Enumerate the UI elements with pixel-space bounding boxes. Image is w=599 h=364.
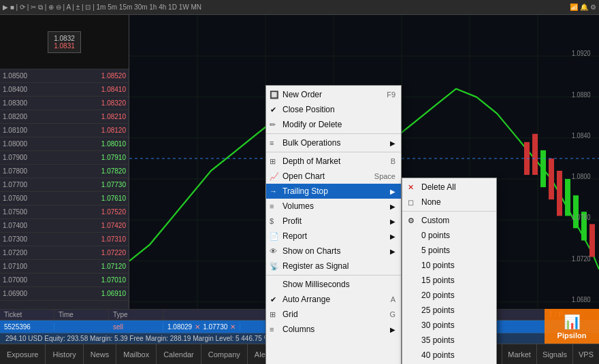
submenu-item-30-points[interactable]: 30 points	[402, 318, 496, 333]
left-panel-row: 1.077001.07730	[0, 178, 129, 192]
left-panel-rows: 1.085001.085201.084001.084101.083001.083…	[0, 69, 129, 301]
arrow-icon: ▶	[390, 248, 395, 255]
submenu-item-5-points[interactable]: 5 points	[402, 243, 496, 258]
menu-item-show-milliseconds[interactable]: Show Milliseconds	[266, 277, 401, 292]
toolbar-right: 📶 🔔 ⚙	[570, 3, 596, 11]
menu-icon: ⊞	[270, 310, 276, 319]
menu-item-profit[interactable]: $Profit▶	[266, 214, 401, 229]
submenu-item-none[interactable]: ◻None	[402, 195, 496, 210]
svg-rect-16	[549, 159, 554, 199]
tab-history[interactable]: History	[46, 344, 83, 365]
menu-icon: $	[270, 217, 274, 225]
svg-rect-15	[540, 150, 546, 187]
shortcut-label: Space	[361, 172, 395, 180]
menu-item-report[interactable]: 📄Report▶	[266, 229, 401, 244]
submenu-item-35-points[interactable]: 35 points	[402, 333, 496, 348]
submenu-item-15-points[interactable]: 15 points	[402, 273, 496, 288]
type-cell: sell	[109, 323, 163, 331]
ticket-cell: 5525396	[0, 323, 54, 331]
sl-close[interactable]: ✕	[230, 323, 236, 331]
menu-icon: 👁	[270, 247, 277, 255]
check-icon: ✔	[270, 295, 276, 304]
left-panel-row: 1.081001.08120	[0, 124, 129, 137]
svg-rect-21	[589, 224, 595, 257]
left-panel-row: 1.071001.07120	[0, 260, 129, 274]
submenu-item-custom[interactable]: ⚙Custom	[402, 213, 496, 228]
submenu-item-10-points[interactable]: 10 points	[402, 258, 496, 273]
left-panel-row: 1.076001.07610	[0, 192, 129, 205]
tab-signals[interactable]: Signals	[536, 344, 572, 365]
shortcut-label: G	[376, 310, 395, 318]
submenu-item-25-points[interactable]: 25 points	[402, 303, 496, 318]
menu-icon: ≡	[270, 325, 274, 333]
left-panel-row: 1.072001.07220	[0, 246, 129, 260]
logo-text: Pipsilon	[557, 331, 587, 340]
context-menu: 🔲New OrderF9✔Close Position✏Modify or De…	[265, 85, 402, 364]
menu-item-auto-arrange[interactable]: ✔Auto ArrangeA	[266, 292, 401, 307]
arrow-icon: ▶	[390, 139, 395, 147]
menu-item-bulk-operations[interactable]: ≡Bulk Operations▶	[266, 135, 401, 150]
check-icon: ◻	[408, 198, 414, 207]
menu-item-grid[interactable]: ⊞GridG	[266, 307, 401, 322]
svg-text:1.0680: 1.0680	[572, 295, 591, 303]
submenu-item-0-points[interactable]: 0 points	[402, 228, 496, 243]
chart-mini: 1.0832 1.0831	[48, 31, 81, 53]
menu-icon: 📄	[270, 232, 279, 241]
svg-rect-18	[565, 179, 570, 216]
tab-calendar[interactable]: Calendar	[157, 344, 201, 365]
shortcut-label: B	[377, 157, 395, 165]
menu-item-columns[interactable]: ≡Columns▶	[266, 322, 401, 337]
svg-text:1.0760: 1.0760	[572, 214, 591, 222]
left-panel-row: 1.082001.08210	[0, 110, 129, 124]
tab-exposure[interactable]: Exposure	[0, 344, 46, 365]
menu-item-open-chart[interactable]: 📈Open ChartSpace	[266, 169, 401, 184]
context-menu-wrapper: 🔲New OrderF9✔Close Position✏Modify or De…	[265, 85, 497, 364]
tab-news[interactable]: News	[84, 344, 117, 365]
menu-item-trailing-stop[interactable]: →Trailing Stop▶	[266, 184, 401, 199]
arrow-icon: ▶	[390, 218, 395, 225]
tab-company[interactable]: Company	[201, 344, 248, 365]
tab-mailbox[interactable]: Mailbox	[116, 344, 157, 365]
menu-icon: ≡	[270, 202, 274, 210]
menu-icon: →	[270, 187, 277, 195]
left-panel: 1.0832 1.0831 1.085001.085201.084001.084…	[0, 15, 129, 327]
toolbar: ▶ ■ | ⟳ | ✂ ⧉ | ⊕ ⊖ | A | ± | ⊡ | 1m 5m …	[0, 0, 599, 15]
gear-icon: ⚙	[408, 216, 415, 225]
logo-icon: 📊	[564, 314, 581, 330]
tab-vps[interactable]: VPS	[572, 344, 599, 365]
submenu-item-40-points[interactable]: 40 points	[402, 348, 496, 363]
menu-icon: 🔲	[270, 90, 279, 99]
menu-item-modify-or-delete[interactable]: ✏Modify or Delete	[266, 117, 401, 132]
menu-item-show-on-charts[interactable]: 👁Show on Charts▶	[266, 244, 401, 259]
menu-item-new-order[interactable]: 🔲New OrderF9	[266, 87, 401, 102]
logo-area: 📊 Pipsilon	[545, 309, 599, 344]
shortcut-label: A	[377, 295, 395, 303]
tp-close[interactable]: ✕	[195, 323, 200, 331]
tp-cell: 1.08029 ✕ 1.07730 ✕	[163, 323, 240, 331]
menu-icon: 📈	[270, 172, 279, 181]
left-panel-row: 1.085001.08520	[0, 69, 129, 83]
tab-right: Market Signals VPS	[502, 344, 599, 365]
tab-market[interactable]: Market	[502, 344, 536, 365]
left-panel-row: 1.084001.08410	[0, 83, 129, 97]
svg-rect-19	[573, 195, 579, 228]
submenu-item-delete-all[interactable]: ✕Delete All	[402, 180, 496, 195]
left-panel-row: 1.069001.06910	[0, 287, 129, 301]
left-panel-row: 1.074001.07420	[0, 219, 129, 233]
menu-icon: 📡	[270, 262, 279, 271]
menu-item-register-as-signal[interactable]: 📡Register as Signal	[266, 259, 401, 274]
menu-icon: ≡	[270, 139, 274, 147]
submenu-item-20-points[interactable]: 20 points	[402, 288, 496, 303]
toolbar-text: ▶ ■ | ⟳ | ✂ ⧉ | ⊕ ⊖ | A | ± | ⊡ | 1m 5m …	[3, 3, 201, 12]
svg-text:1.0800: 1.0800	[572, 172, 591, 180]
left-panel-row: 1.070001.07010	[0, 274, 129, 287]
status-text: 294.10 USD Equity: 293.58 Margin: 5.39 F…	[5, 335, 270, 342]
svg-rect-14	[532, 134, 538, 175]
col-type: Type	[109, 310, 163, 320]
menu-item-close-position[interactable]: ✔Close Position	[266, 102, 401, 117]
left-panel-row: 1.075001.07520	[0, 205, 129, 219]
arrow-icon: ▶	[390, 188, 395, 195]
check-icon: ✔	[270, 105, 276, 114]
menu-item-depth-of-market[interactable]: ⊞Depth of MarketB	[266, 154, 401, 169]
menu-item-volumes[interactable]: ≡Volumes▶	[266, 199, 401, 214]
